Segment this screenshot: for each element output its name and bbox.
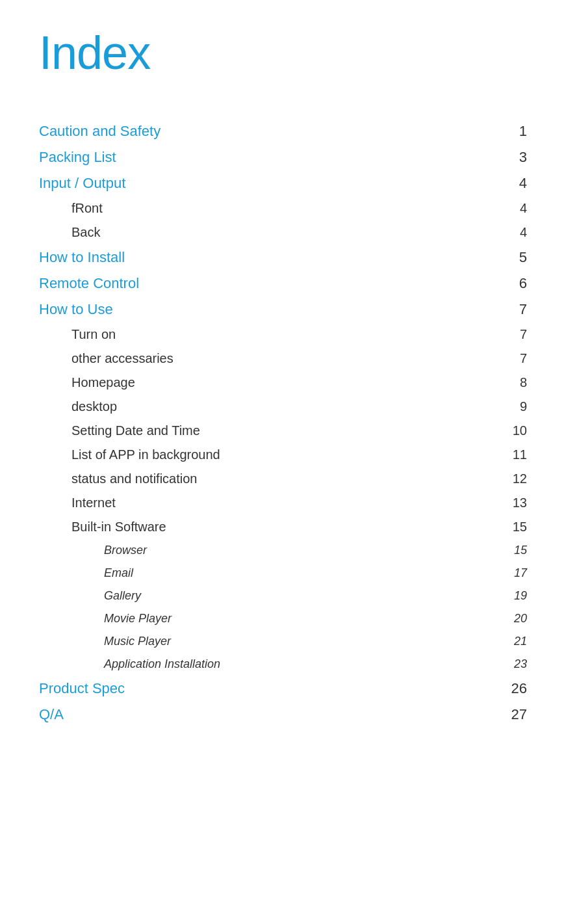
toc-label-music-player: Music Player [39, 635, 508, 648]
toc-label-caution-and-safety: Caution and Safety [39, 123, 508, 140]
toc-page-turn-on: 7 [508, 327, 527, 342]
toc-page-qa: 27 [508, 706, 527, 723]
toc-page-status-and-notification: 12 [508, 471, 527, 486]
toc-item-front: fRont4 [39, 196, 527, 220]
toc-item-browser: Browser15 [39, 539, 527, 562]
toc-item-music-player: Music Player21 [39, 630, 527, 653]
table-of-contents: Caution and Safety1Packing List3Input / … [39, 118, 527, 728]
toc-label-back: Back [39, 225, 508, 240]
toc-item-setting-date-and-time: Setting Date and Time10 [39, 419, 527, 443]
toc-page-desktop: 9 [508, 399, 527, 414]
toc-item-product-spec: Product Spec26 [39, 676, 527, 702]
toc-label-list-of-app-in-background: List of APP in background [39, 447, 508, 462]
toc-label-built-in-software: Built-in Software [39, 520, 508, 535]
toc-item-built-in-software: Built-in Software15 [39, 515, 527, 539]
toc-page-how-to-install: 5 [508, 249, 527, 266]
page-title: Index [39, 26, 527, 79]
toc-item-gallery: Gallery19 [39, 585, 527, 607]
toc-item-qa: Q/A27 [39, 702, 527, 728]
toc-label-how-to-use: How to Use [39, 301, 508, 318]
toc-page-how-to-use: 7 [508, 301, 527, 318]
toc-label-gallery: Gallery [39, 589, 508, 603]
toc-label-how-to-install: How to Install [39, 249, 508, 266]
toc-label-email: Email [39, 566, 508, 580]
toc-label-setting-date-and-time: Setting Date and Time [39, 423, 508, 438]
toc-page-movie-player: 20 [508, 612, 527, 626]
toc-label-product-spec: Product Spec [39, 680, 508, 697]
toc-page-gallery: 19 [508, 589, 527, 603]
toc-page-packing-list: 3 [508, 149, 527, 166]
toc-page-list-of-app-in-background: 11 [508, 447, 527, 462]
toc-page-application-installation: 23 [508, 657, 527, 671]
toc-label-desktop: desktop [39, 399, 508, 414]
toc-label-other-accessaries: other accessaries [39, 351, 508, 366]
toc-page-input-output: 4 [508, 175, 527, 192]
toc-page-built-in-software: 15 [508, 520, 527, 535]
toc-item-status-and-notification: status and notification12 [39, 467, 527, 491]
toc-item-turn-on: Turn on7 [39, 323, 527, 347]
toc-page-homepage: 8 [508, 375, 527, 390]
toc-item-email: Email17 [39, 562, 527, 585]
toc-page-front: 4 [508, 201, 527, 216]
toc-label-homepage: Homepage [39, 375, 508, 390]
toc-item-list-of-app-in-background: List of APP in background11 [39, 443, 527, 467]
toc-page-browser: 15 [508, 544, 527, 557]
toc-item-movie-player: Movie Player20 [39, 607, 527, 630]
toc-label-packing-list: Packing List [39, 149, 508, 166]
toc-label-input-output: Input / Output [39, 175, 508, 192]
toc-page-other-accessaries: 7 [508, 351, 527, 366]
toc-item-input-output: Input / Output4 [39, 170, 527, 196]
toc-item-internet: Internet13 [39, 491, 527, 515]
toc-label-internet: Internet [39, 495, 508, 510]
toc-label-application-installation: Application Installation [39, 657, 508, 671]
toc-label-movie-player: Movie Player [39, 612, 508, 626]
toc-item-how-to-use: How to Use7 [39, 297, 527, 323]
toc-page-internet: 13 [508, 495, 527, 510]
toc-page-music-player: 21 [508, 635, 527, 648]
toc-item-desktop: desktop9 [39, 395, 527, 419]
toc-label-browser: Browser [39, 544, 508, 557]
toc-label-status-and-notification: status and notification [39, 471, 508, 486]
toc-item-back: Back4 [39, 220, 527, 244]
toc-page-back: 4 [508, 225, 527, 240]
toc-label-turn-on: Turn on [39, 327, 508, 342]
toc-item-remote-control: Remote Control6 [39, 271, 527, 297]
toc-label-front: fRont [39, 201, 508, 216]
toc-page-setting-date-and-time: 10 [508, 423, 527, 438]
toc-item-how-to-install: How to Install5 [39, 244, 527, 271]
toc-item-other-accessaries: other accessaries7 [39, 347, 527, 371]
toc-item-application-installation: Application Installation23 [39, 653, 527, 676]
toc-label-qa: Q/A [39, 706, 508, 723]
toc-page-product-spec: 26 [508, 680, 527, 697]
toc-item-packing-list: Packing List3 [39, 144, 527, 170]
toc-page-caution-and-safety: 1 [508, 123, 527, 140]
toc-label-remote-control: Remote Control [39, 275, 508, 292]
toc-page-remote-control: 6 [508, 275, 527, 292]
toc-item-caution-and-safety: Caution and Safety1 [39, 118, 527, 144]
toc-item-homepage: Homepage8 [39, 371, 527, 395]
toc-page-email: 17 [508, 566, 527, 580]
